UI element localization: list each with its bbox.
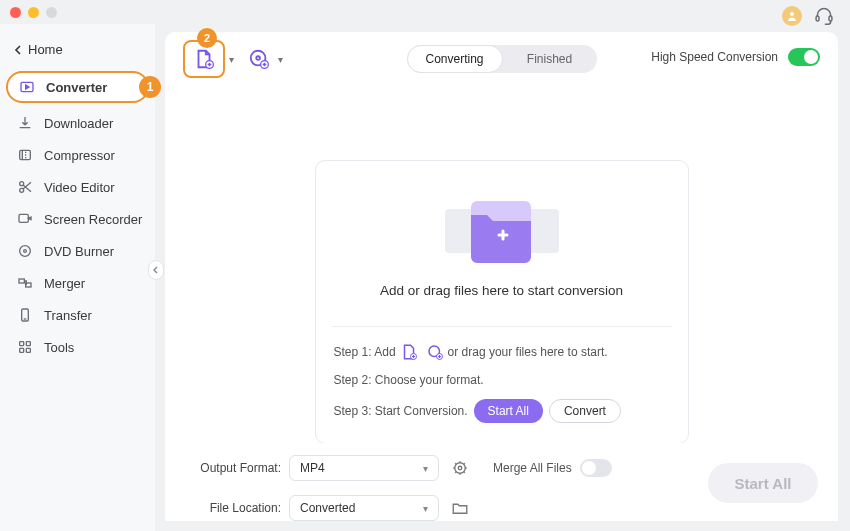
svg-rect-1 (816, 16, 819, 21)
output-format-row: Output Format: MP4 ▾ Merge All Files (185, 455, 612, 481)
svg-rect-14 (26, 342, 30, 346)
start-all-button[interactable]: Start All (708, 463, 818, 503)
nav-item-transfer[interactable]: Transfer (0, 299, 155, 331)
file-location-select[interactable]: Converted ▾ (289, 495, 439, 521)
high-speed-conversion: High Speed Conversion (651, 48, 820, 66)
step-3-row: Step 3: Start Conversion. Start All Conv… (334, 399, 670, 423)
output-settings-icon[interactable] (449, 457, 471, 479)
nav-item-label: Compressor (44, 148, 115, 163)
dropzone-steps: Step 1: Add or drag your files here to s… (316, 343, 688, 423)
screen-recorder-icon (16, 210, 34, 228)
close-window-button[interactable] (10, 7, 21, 18)
avatar-icon[interactable] (782, 6, 802, 26)
svg-rect-13 (20, 342, 24, 346)
nav-item-converter[interactable]: Converter 1 (6, 71, 149, 103)
folder-plus-icon (326, 189, 678, 269)
toolbar: 2 ▾ ▾ Converting Finished High Speed Con… (165, 32, 838, 86)
nav-list: Converter 1 Downloader Compressor Video … (0, 71, 155, 363)
add-file-icon (193, 48, 215, 70)
nav-item-video-editor[interactable]: Video Editor (0, 171, 155, 203)
merge-all-toggle[interactable] (580, 459, 612, 477)
open-folder-icon[interactable] (449, 497, 471, 519)
nav-item-label: Downloader (44, 116, 113, 131)
nav-item-label: Converter (46, 80, 107, 95)
sidebar: Home Converter 1 Downloader Compressor (0, 24, 155, 531)
nav-item-compressor[interactable]: Compressor (0, 139, 155, 171)
output-format-select[interactable]: MP4 ▾ (289, 455, 439, 481)
hsc-toggle[interactable] (788, 48, 820, 66)
svg-point-19 (256, 56, 260, 60)
video-editor-icon (16, 178, 34, 196)
svg-rect-16 (26, 348, 30, 352)
compressor-icon (16, 146, 34, 164)
callout-badge-1: 1 (139, 76, 161, 98)
file-location-value: Converted (300, 501, 355, 515)
dropzone-divider (332, 326, 672, 327)
merger-icon (16, 274, 34, 292)
file-location-label: File Location: (185, 501, 281, 515)
sidebar-collapse-button[interactable] (148, 260, 164, 280)
start-all-pill-button[interactable]: Start All (474, 399, 543, 423)
nav-item-screen-recorder[interactable]: Screen Recorder (0, 203, 155, 235)
step-1-suffix: or drag your files here to start. (448, 345, 608, 359)
nav-item-downloader[interactable]: Downloader (0, 107, 155, 139)
nav-item-label: DVD Burner (44, 244, 114, 259)
output-format-value: MP4 (300, 461, 325, 475)
main-panel: 2 ▾ ▾ Converting Finished High Speed Con… (165, 32, 838, 521)
nav-item-dvd-burner[interactable]: DVD Burner (0, 235, 155, 267)
top-right-icons (782, 6, 834, 26)
small-add-disc-icon[interactable] (426, 343, 444, 361)
support-icon[interactable] (814, 6, 834, 26)
output-format-label: Output Format: (185, 461, 281, 475)
step-3-text: Step 3: Start Conversion. (334, 404, 468, 418)
home-label: Home (28, 42, 63, 57)
nav-item-label: Tools (44, 340, 74, 355)
transfer-icon (16, 306, 34, 324)
dropzone-text: Add or drag files here to start conversi… (326, 283, 678, 298)
convert-pill-button[interactable]: Convert (549, 399, 621, 423)
add-disc-button[interactable] (244, 44, 274, 74)
zoom-window-button[interactable] (46, 7, 57, 18)
small-add-file-icon[interactable] (400, 343, 418, 361)
add-file-dropdown-caret[interactable]: ▾ (229, 54, 234, 65)
svg-rect-10 (19, 279, 24, 283)
merge-all-wrapper: Merge All Files (493, 459, 612, 477)
svg-point-27 (455, 463, 466, 474)
bottom-left-group: Output Format: MP4 ▾ Merge All Files Fil… (185, 455, 612, 521)
svg-point-0 (790, 12, 794, 16)
callout-badge-2: 2 (197, 28, 217, 48)
step-2-text: Step 2: Choose your format. (334, 373, 484, 387)
add-disc-icon (248, 48, 270, 70)
home-back-button[interactable]: Home (0, 36, 155, 63)
nav-item-label: Screen Recorder (44, 212, 142, 227)
chevron-down-icon: ▾ (423, 463, 428, 474)
tools-icon (16, 338, 34, 356)
dropzone-top: Add or drag files here to start conversi… (316, 161, 688, 316)
titlebar (0, 0, 850, 24)
bottom-bar: Output Format: MP4 ▾ Merge All Files Fil… (165, 443, 838, 521)
converter-icon (18, 78, 36, 96)
nav-item-merger[interactable]: Merger (0, 267, 155, 299)
nav-item-label: Transfer (44, 308, 92, 323)
step-1-prefix: Step 1: Add (334, 345, 396, 359)
svg-point-28 (458, 466, 462, 470)
segment-finished[interactable]: Finished (503, 45, 597, 73)
dvd-burner-icon (16, 242, 34, 260)
svg-rect-2 (829, 16, 832, 21)
nav-item-label: Merger (44, 276, 85, 291)
nav-item-tools[interactable]: Tools (0, 331, 155, 363)
segment-converting[interactable]: Converting (407, 45, 503, 73)
add-disc-dropdown-caret[interactable]: ▾ (278, 54, 283, 65)
chevron-down-icon: ▾ (423, 503, 428, 514)
hsc-label: High Speed Conversion (651, 50, 778, 64)
svg-rect-15 (20, 348, 24, 352)
dropzone[interactable]: Add or drag files here to start conversi… (315, 160, 689, 444)
add-file-button[interactable]: 2 (183, 40, 225, 78)
merge-all-label: Merge All Files (493, 461, 572, 475)
step-2-row: Step 2: Choose your format. (334, 373, 670, 387)
step-1-row: Step 1: Add or drag your files here to s… (334, 343, 670, 361)
downloader-icon (16, 114, 34, 132)
file-location-row: File Location: Converted ▾ (185, 495, 612, 521)
status-segmented-control: Converting Finished (407, 45, 597, 73)
minimize-window-button[interactable] (28, 7, 39, 18)
